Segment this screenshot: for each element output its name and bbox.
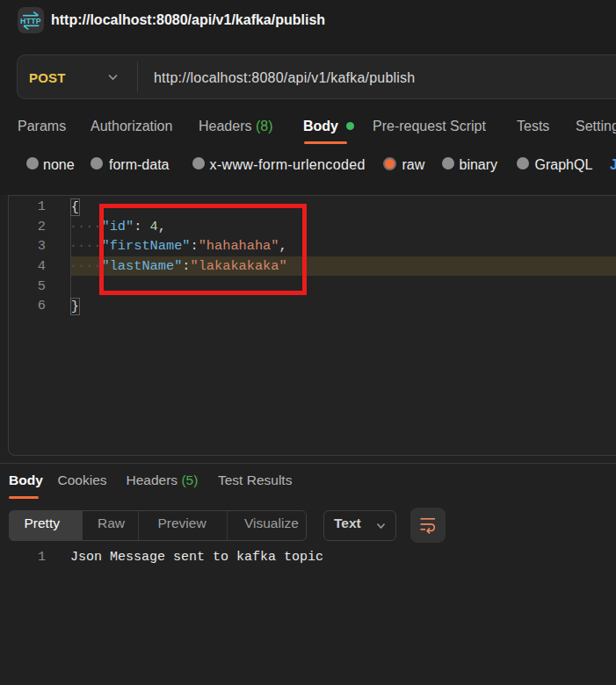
svg-text:HTTP: HTTP <box>20 17 41 25</box>
